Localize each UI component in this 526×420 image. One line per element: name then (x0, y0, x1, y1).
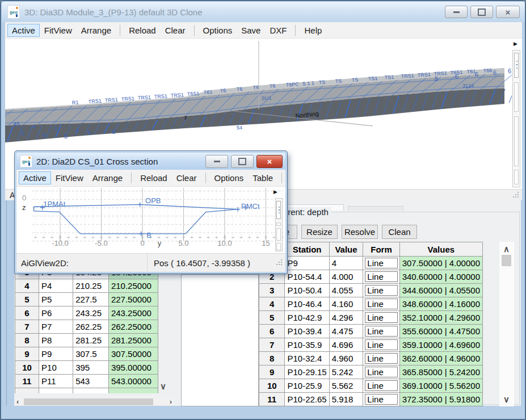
resize-button[interactable]: Resize (301, 225, 338, 239)
cell-n: 8 (259, 352, 285, 366)
scrollbar-thumb[interactable] (24, 398, 153, 405)
form-select[interactable]: Line (365, 394, 397, 405)
menu-item-clear[interactable]: Clear (161, 24, 190, 37)
window-2d[interactable]: geo 2D: Dia2D CS_01 Cross section × Acti… (15, 151, 287, 274)
table-row[interactable]: 8P8281.25281.25000 (15, 334, 158, 347)
table-row[interactable]: 6P6243.25243.25000 (15, 306, 158, 320)
x-tick-label: -10.0 (52, 239, 69, 247)
scrollbar-section[interactable] (276, 228, 281, 241)
scroll-left-icon[interactable]: ‹ (16, 398, 19, 405)
table-row[interactable]: 7P7262.25262.25000 (15, 320, 158, 334)
form-select[interactable]: Line (365, 271, 397, 282)
table-row[interactable]: 5P10-42.94.296Line352.10000 | 4.29600 (259, 311, 483, 325)
table-row[interactable]: 6P10-39.44.475Line355.60000 | 4.47500 (259, 325, 483, 338)
minimize-button[interactable] (205, 155, 228, 168)
menu-item-active[interactable]: Active (7, 24, 40, 37)
cell-value: 4.000 (329, 270, 363, 284)
maximize-icon (238, 158, 246, 165)
menu-separator (194, 25, 195, 36)
scroll-down-icon[interactable]: ∨ (160, 382, 166, 390)
table-row[interactable]: 3P10-50.44.055Line344.60000 | 4.05500 (259, 284, 483, 297)
table-row[interactable]: 11P10-22.655.918Line372.35000 | 5.91800 (259, 393, 483, 406)
table-row[interactable]: 7P10-35.94.696Line359.10000 | 4.69600 (259, 338, 483, 352)
surface-label: TRS1 (88, 98, 102, 105)
form-select[interactable]: Line (365, 353, 397, 364)
table-row[interactable]: 8P10-32.44.960Line362.60000 | 4.96000 (259, 352, 483, 366)
header-row: StationValueFormValues (259, 242, 483, 257)
table-row[interactable]: 11P11543543.00000 (15, 375, 158, 388)
scrollbar-section[interactable] (514, 170, 519, 184)
scrollbar-section[interactable] (276, 222, 281, 226)
form-select[interactable]: Line (365, 299, 397, 309)
scrollbar-thumb[interactable] (514, 53, 519, 78)
maximize-button[interactable] (470, 6, 493, 18)
pane-split-icon[interactable]: ▶ (514, 41, 517, 47)
table-row[interactable]: 10P10395395.00000 (15, 361, 158, 375)
minimize-button[interactable] (445, 6, 468, 18)
menu-item-dxf[interactable]: DXF (265, 24, 291, 37)
form-select[interactable]: Line (365, 380, 397, 391)
menu-item-save[interactable]: Save (237, 24, 265, 37)
empty-list-panel[interactable] (181, 274, 259, 406)
scroll-down-icon[interactable]: ∨ (503, 395, 510, 404)
menu-item-arrange[interactable]: Arrange (88, 171, 127, 184)
maximize-button[interactable] (231, 155, 254, 168)
close-button[interactable]: × (256, 155, 283, 168)
menu-item-fitview[interactable]: FitView (51, 171, 88, 184)
table-row[interactable]: 10P10-25.95.562Line369.10000 | 5.56200 (259, 379, 483, 393)
resize-grip-icon[interactable] (513, 192, 520, 199)
menu-item-options[interactable]: Options (210, 171, 249, 184)
form-select[interactable]: Line (365, 312, 397, 323)
scroll-right-icon[interactable]: › (170, 398, 172, 405)
menu-item-options[interactable]: Options (199, 24, 237, 37)
plot-area-2d[interactable]: -10.0-5.005.010.015y0z1PMAtOPBPMCtB ▶ (16, 187, 285, 253)
form-select[interactable]: Line (365, 339, 397, 350)
titlebar-3d[interactable]: geo 3D: Dia3D Module_3_(P9-13) default 3… (2, 2, 525, 22)
menu-item-fitview[interactable]: FitView (40, 24, 77, 37)
menu-item-help[interactable]: Help (300, 24, 326, 37)
cell-station: P10-50.4 (285, 284, 329, 297)
svg-text:3: 3 (54, 125, 57, 132)
menu-item-reload[interactable]: Reload (124, 24, 161, 37)
pane-split-icon[interactable]: ▶ (273, 189, 277, 195)
table-row[interactable]: 5P5227.5227.50000 (15, 293, 158, 306)
surface-label: TS (335, 78, 342, 85)
clean-button[interactable]: Clean (382, 225, 417, 239)
surface-label: TRS1 (170, 92, 184, 99)
scrollbar-section[interactable] (276, 243, 281, 250)
minimize-icon (214, 161, 220, 162)
table-row[interactable] (15, 388, 158, 394)
v-scrollbar-right-table[interactable]: ∧ ∨ (499, 242, 514, 406)
table-row[interactable]: 4P4210.25210.25000 (15, 279, 158, 293)
resize-grip-icon[interactable] (276, 259, 283, 266)
table-row[interactable]: 4P10-46.44.160Line348.60000 | 4.16000 (259, 297, 483, 311)
scroll-up-icon[interactable]: ∧ (503, 245, 510, 253)
tab-unselected[interactable] (348, 206, 403, 211)
scrollbar-section[interactable] (514, 116, 519, 166)
cell-n: 6 (259, 325, 285, 338)
cell-value: 4 (329, 257, 363, 270)
menu-item-arrange[interactable]: Arrange (77, 24, 116, 37)
form-select[interactable]: Line (365, 367, 397, 377)
h-scrollbar-left-table[interactable]: ‹ › (15, 398, 174, 406)
resolve-button[interactable]: Resolve (342, 225, 378, 239)
form-select[interactable]: Line (365, 285, 397, 296)
menu-item-clear[interactable]: Clear (172, 171, 201, 184)
menu-item-active[interactable]: Active (19, 171, 51, 184)
scrollbar-thumb[interactable] (502, 255, 511, 266)
scrollbar-thumb[interactable] (276, 201, 281, 219)
scrollbar-section[interactable] (514, 82, 519, 112)
form-select[interactable]: Line (365, 258, 397, 268)
menu-item-table[interactable]: Table (248, 171, 277, 184)
table-row[interactable]: 1P94Line307.50000 | 4.00000 (259, 257, 483, 270)
menu-item-reload[interactable]: Reload (136, 171, 172, 184)
scrollbar-2d[interactable] (275, 198, 283, 251)
table-row[interactable]: 9P9307.5307.50000 (15, 347, 158, 361)
cell-values: 372.35000 | 5.91800 (399, 393, 482, 406)
titlebar-2d[interactable]: geo 2D: Dia2D CS_01 Cross section × (16, 153, 285, 170)
table-row[interactable]: 9P10-29.155.242Line365.85000 | 5.24200 (259, 366, 483, 379)
table-row[interactable]: 2P10-54.44.000Line340.60000 | 4.00000 (259, 270, 483, 284)
close-button[interactable]: × (496, 6, 520, 18)
scrollbar-3d[interactable] (512, 50, 520, 187)
form-select[interactable]: Line (365, 326, 397, 337)
